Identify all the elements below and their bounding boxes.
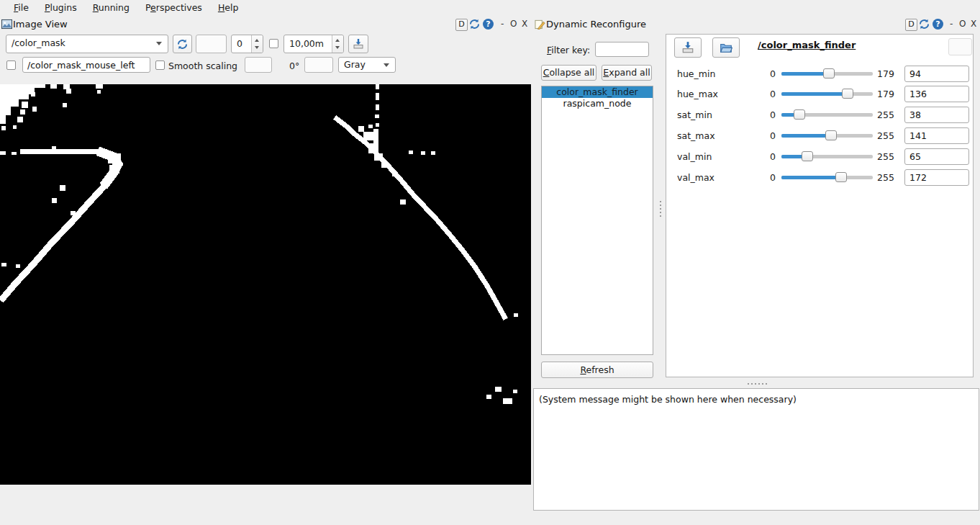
param-value-input[interactable]: [904, 127, 969, 144]
rqt-window: File Plugins Running Perspectives Help I…: [0, 0, 980, 525]
refresh-topics-button[interactable]: [173, 35, 192, 53]
range-checkbox[interactable]: [269, 39, 278, 48]
help-icon[interactable]: ?: [483, 19, 494, 30]
spin-arrows[interactable]: [332, 35, 343, 53]
slider-fill: [781, 134, 831, 138]
slider-handle[interactable]: [825, 130, 837, 140]
param-slider[interactable]: [781, 176, 873, 179]
param-value-input[interactable]: [904, 66, 969, 82]
refresh-nodes-button[interactable]: Refresh: [541, 362, 653, 378]
param-slider[interactable]: [781, 113, 873, 117]
param-name-label: val_min: [677, 151, 712, 162]
minimize-button[interactable]: -: [501, 19, 504, 29]
param-min-label: 0: [760, 89, 776, 99]
slider-handle[interactable]: [794, 109, 805, 120]
arrow-up-icon[interactable]: [335, 39, 340, 42]
mouse-publish-checkbox[interactable]: [6, 60, 16, 70]
zoom-spinbox[interactable]: 0: [231, 35, 263, 53]
param-min-label: 0: [760, 130, 776, 141]
spin-arrows[interactable]: [251, 35, 263, 53]
mouse-topic-field[interactable]: [22, 57, 150, 73]
param-name-label: hue_min: [677, 68, 715, 79]
param-value-input[interactable]: [904, 169, 969, 186]
rotate-box-left[interactable]: [245, 57, 272, 73]
dynamic-reconfigure-icon: [535, 19, 545, 30]
load-config-button[interactable]: [712, 37, 740, 58]
max-range-value: 10,00m: [289, 38, 324, 49]
image-canvas[interactable]: [0, 84, 531, 485]
chevron-down-icon: [384, 63, 389, 67]
splitter-handle-horizontal[interactable]: [747, 382, 767, 385]
topic-dropdown[interactable]: /color_mask: [6, 35, 168, 53]
maximize-button[interactable]: O: [959, 19, 966, 29]
close-button[interactable]: X: [522, 19, 527, 29]
node-list[interactable]: color_mask_finderraspicam_node: [541, 86, 653, 355]
menu-file[interactable]: File: [6, 1, 37, 15]
param-min-label: 0: [760, 68, 776, 79]
smooth-scaling-label: Smooth scaling: [168, 60, 237, 71]
param-row: val_max 0 255: [666, 169, 974, 186]
zoom-value: 0: [237, 38, 242, 49]
param-slider[interactable]: [781, 155, 873, 158]
menu-bar: File Plugins Running Perspectives Help: [0, 0, 980, 15]
param-name-label: val_max: [677, 172, 714, 183]
param-slider[interactable]: [781, 72, 873, 76]
dynamic-reconfigure-title: Dynamic Reconfigure: [546, 19, 646, 30]
rotate-box-right[interactable]: [304, 57, 333, 73]
param-slider[interactable]: [781, 134, 873, 138]
node-list-item[interactable]: color_mask_finder: [542, 86, 653, 98]
reload-plugin-icon[interactable]: [468, 18, 481, 30]
slider-handle[interactable]: [823, 68, 835, 78]
slider-handle[interactable]: [835, 172, 847, 182]
system-message-area[interactable]: (System message might be shown here when…: [533, 388, 979, 511]
menu-running[interactable]: Running: [85, 1, 137, 15]
param-max-label: 179: [877, 89, 894, 99]
menu-perspectives[interactable]: Perspectives: [137, 1, 210, 15]
save-image-icon: [353, 38, 364, 50]
param-row: hue_max 0 179: [666, 86, 974, 102]
arrow-up-icon[interactable]: [255, 39, 259, 42]
max-range-spinbox[interactable]: 10,00m: [283, 35, 344, 53]
refresh-icon: [176, 38, 189, 50]
slider-handle[interactable]: [842, 89, 853, 99]
node-title: /color_mask_finder: [758, 40, 856, 50]
minimize-button[interactable]: -: [950, 19, 953, 29]
param-value-input[interactable]: [904, 107, 969, 123]
save-image-button[interactable]: [348, 35, 368, 53]
param-value-input[interactable]: [904, 148, 969, 165]
node-list-item[interactable]: raspicam_node: [542, 98, 653, 109]
maximize-button[interactable]: O: [510, 19, 517, 29]
param-row: sat_max 0 255: [666, 127, 974, 144]
chevron-down-icon: [156, 42, 162, 45]
filter-key-input[interactable]: [595, 42, 649, 57]
save-config-button[interactable]: [674, 37, 702, 58]
image-view-icon: [1, 19, 12, 30]
splitter-handle-vertical[interactable]: [659, 200, 662, 217]
color-scheme-value: Gray: [344, 59, 366, 70]
arrow-down-icon[interactable]: [335, 46, 340, 49]
smooth-scaling-checkbox[interactable]: [155, 60, 165, 70]
menu-plugins[interactable]: Plugins: [37, 1, 85, 15]
rotate-label: 0°: [289, 60, 299, 71]
collapse-all-button[interactable]: Collapse all: [541, 65, 596, 81]
param-min-label: 0: [760, 172, 776, 183]
filter-key-label: Filter key:: [547, 45, 590, 55]
param-slider[interactable]: [781, 92, 873, 96]
param-name-label: hue_max: [677, 89, 718, 99]
dock-undock-button[interactable]: D: [905, 19, 917, 31]
slider-handle[interactable]: [802, 151, 813, 161]
help-glyph: ?: [935, 19, 940, 29]
expand-all-button[interactable]: Expand all: [602, 65, 652, 81]
reload-plugin-icon[interactable]: [918, 18, 930, 30]
param-max-label: 255: [877, 109, 894, 120]
param-value-input[interactable]: [904, 86, 969, 102]
color-scheme-dropdown[interactable]: Gray: [338, 57, 396, 73]
arrow-down-icon[interactable]: [255, 46, 259, 49]
help-icon[interactable]: ?: [933, 19, 943, 30]
dock-undock-button[interactable]: D: [455, 19, 468, 31]
menu-help[interactable]: Help: [210, 1, 247, 15]
param-name-label: sat_max: [677, 130, 715, 141]
frame-box[interactable]: [196, 35, 227, 53]
param-min-label: 0: [760, 151, 776, 162]
close-button[interactable]: X: [971, 19, 976, 29]
